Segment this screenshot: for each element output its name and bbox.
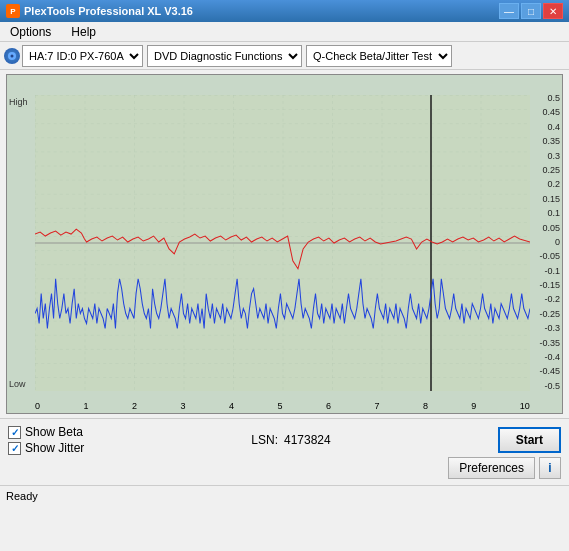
maximize-button[interactable]: □ — [521, 3, 541, 19]
function-dropdown[interactable]: DVD Diagnostic Functions — [147, 45, 302, 67]
window-controls: — □ ✕ — [499, 3, 563, 19]
show-jitter-checkbox[interactable] — [8, 442, 21, 455]
y-axis-right: 0.5 0.45 0.4 0.35 0.3 0.25 0.2 0.15 0.1 … — [530, 93, 562, 391]
chart-area: High Low 0.5 0.45 0.4 0.35 0.3 0.25 0.2 … — [6, 74, 563, 414]
app-icon: P — [6, 4, 20, 18]
svg-point-1 — [11, 54, 14, 57]
preferences-button[interactable]: Preferences — [448, 457, 535, 479]
x-axis-labels: 0 1 2 3 4 5 6 7 8 9 10 — [35, 391, 530, 413]
info-button[interactable]: i — [539, 457, 561, 479]
lsn-area: LSN: 4173824 — [251, 433, 330, 447]
close-button[interactable]: ✕ — [543, 3, 563, 19]
controls-row: Show Beta Show Jitter LSN: 4173824 Start — [8, 425, 561, 455]
menu-help[interactable]: Help — [65, 23, 102, 41]
lsn-label: LSN: — [251, 433, 278, 447]
bottom-panel: Show Beta Show Jitter LSN: 4173824 Start… — [0, 418, 569, 485]
test-dropdown[interactable]: Q-Check Beta/Jitter Test — [306, 45, 452, 67]
preferences-row: Preferences i — [8, 457, 561, 479]
drive-icon — [4, 48, 20, 64]
lsn-value: 4173824 — [284, 433, 331, 447]
menu-options[interactable]: Options — [4, 23, 57, 41]
start-button[interactable]: Start — [498, 427, 561, 453]
status-bar: Ready — [0, 485, 569, 505]
show-beta-checkbox[interactable] — [8, 426, 21, 439]
title-bar: P PlexTools Professional XL V3.16 — □ ✕ — [0, 0, 569, 22]
app-title: PlexTools Professional XL V3.16 — [24, 5, 193, 17]
minimize-button[interactable]: — — [499, 3, 519, 19]
y-high-label: High — [9, 97, 28, 107]
drive-selector: HA:7 ID:0 PX-760A — [4, 45, 143, 67]
status-text: Ready — [6, 490, 38, 502]
show-jitter-label: Show Jitter — [25, 441, 84, 455]
main-content: High Low 0.5 0.45 0.4 0.35 0.3 0.25 0.2 … — [0, 70, 569, 418]
show-beta-row: Show Beta — [8, 425, 84, 439]
menu-bar: Options Help — [0, 22, 569, 42]
checkboxes: Show Beta Show Jitter — [8, 425, 84, 455]
chart-plot — [35, 95, 530, 391]
y-low-label: Low — [9, 379, 26, 389]
show-jitter-row: Show Jitter — [8, 441, 84, 455]
drive-dropdown[interactable]: HA:7 ID:0 PX-760A — [22, 45, 143, 67]
chart-svg — [35, 95, 530, 391]
show-beta-label: Show Beta — [25, 425, 83, 439]
toolbar: HA:7 ID:0 PX-760A DVD Diagnostic Functio… — [0, 42, 569, 70]
